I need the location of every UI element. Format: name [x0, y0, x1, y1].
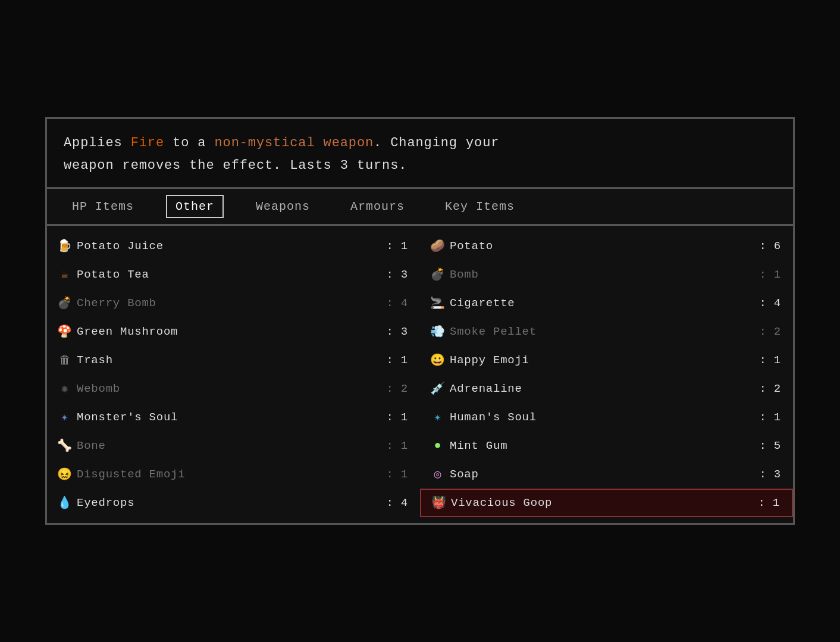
item-name: Green Mushroom — [77, 325, 383, 338]
item-name: Bone — [77, 439, 383, 452]
tab-armours[interactable]: Armours — [342, 196, 413, 217]
potato-juice-icon: 🍺 — [57, 238, 73, 254]
item-name: Cigarette — [450, 297, 756, 310]
potato-tea-icon: ☕ — [57, 266, 73, 283]
item-name: Mint Gum — [450, 439, 756, 452]
list-item[interactable]: ● Mint Gum : 5 — [420, 432, 793, 460]
bomb-icon: 💣 — [430, 266, 446, 283]
desc-text-1: Applies — [64, 136, 131, 150]
item-count: : 3 — [760, 468, 782, 481]
list-item[interactable]: ☕ Potato Tea : 3 — [47, 260, 420, 289]
items-area: 🍺 Potato Juice : 1 ☕ Potato Tea : 3 💣 Ch… — [47, 226, 793, 523]
item-name: Potato — [450, 240, 756, 253]
item-count: : 6 — [760, 240, 782, 253]
item-count: : 2 — [387, 382, 409, 395]
list-item[interactable]: 💧 Eyedrops : 4 — [47, 489, 420, 517]
item-name: Human's Soul — [450, 411, 756, 424]
description-line2: weapon removes the effect. Lasts 3 turns… — [64, 155, 776, 177]
list-item[interactable]: 💣 Cherry Bomb : 4 — [47, 289, 420, 317]
desc-fire: Fire — [131, 136, 164, 150]
happy-emoji-icon: 😀 — [430, 352, 446, 369]
tabs-area: HP Items Other Weapons Armours Key Items — [47, 189, 793, 226]
list-item[interactable]: 😀 Happy Emoji : 1 — [420, 346, 793, 374]
item-count: : 4 — [387, 496, 409, 509]
description-area: Applies Fire to a non-mystical weapon. C… — [47, 119, 793, 189]
item-name: Trash — [77, 354, 383, 367]
item-name: Webomb — [77, 382, 383, 395]
disgusted-emoji-icon: 😖 — [57, 466, 73, 483]
smoke-pellet-icon: 💨 — [430, 323, 446, 340]
list-item[interactable]: 💨 Smoke Pellet : 2 — [420, 317, 793, 346]
mint-gum-icon: ● — [430, 438, 446, 454]
item-count: : 1 — [760, 411, 782, 424]
list-item[interactable]: 🍄 Green Mushroom : 3 — [47, 317, 420, 346]
green-mushroom-icon: 🍄 — [57, 323, 73, 340]
item-count: : 1 — [758, 496, 781, 509]
list-item[interactable]: ✴ Human's Soul : 1 — [420, 403, 793, 432]
item-count: : 3 — [387, 268, 409, 281]
cherry-bomb-icon: 💣 — [57, 295, 73, 311]
list-item[interactable]: 🚬 Cigarette : 4 — [420, 289, 793, 317]
soap-icon: ◎ — [430, 466, 446, 483]
desc-text-2: to a — [164, 136, 215, 150]
monsters-soul-icon: ✴ — [57, 409, 73, 426]
item-name: Bomb — [450, 268, 756, 281]
list-item[interactable]: ✺ Webomb : 2 — [47, 374, 420, 403]
list-item[interactable]: 🗑 Trash : 1 — [47, 346, 420, 374]
cigarette-icon: 🚬 — [430, 295, 446, 311]
desc-highlight: non-mystical weapon — [215, 136, 374, 150]
item-count: : 5 — [760, 439, 782, 452]
list-item[interactable]: 💣 Bomb : 1 — [420, 260, 793, 289]
item-name: Eyedrops — [77, 496, 383, 509]
item-count: : 1 — [760, 268, 782, 281]
humans-soul-icon: ✴ — [430, 409, 446, 426]
bone-icon: 🦴 — [57, 438, 73, 454]
item-count: : 1 — [387, 468, 409, 481]
description-line1: Applies Fire to a non-mystical weapon. C… — [64, 132, 776, 154]
item-name: Potato Tea — [77, 268, 383, 281]
potato-icon: 🥔 — [430, 238, 446, 254]
webomb-icon: ✺ — [57, 380, 73, 397]
item-name: Disgusted Emoji — [77, 468, 383, 481]
list-item[interactable]: 🍺 Potato Juice : 1 — [47, 232, 420, 260]
item-name: Monster's Soul — [77, 411, 383, 424]
desc-line2-text: weapon removes the effect. Lasts 3 turns… — [64, 158, 407, 173]
items-right-column: 🥔 Potato : 6 💣 Bomb : 1 🚬 Cigarette : 4 … — [420, 232, 793, 517]
vivacious-goop-icon: 👹 — [431, 495, 447, 511]
desc-text-3: . Changing your — [374, 136, 499, 150]
item-name: Soap — [450, 468, 756, 481]
item-count: : 1 — [387, 240, 409, 253]
item-name: Adrenaline — [450, 382, 756, 395]
items-left-column: 🍺 Potato Juice : 1 ☕ Potato Tea : 3 💣 Ch… — [47, 232, 420, 517]
item-count: : 1 — [387, 439, 409, 452]
item-name: Happy Emoji — [450, 354, 756, 367]
list-item[interactable]: ◎ Soap : 3 — [420, 460, 793, 489]
item-count: : 1 — [387, 354, 409, 367]
tab-key-items[interactable]: Key Items — [437, 196, 523, 217]
list-item[interactable]: 🦴 Bone : 1 — [47, 432, 420, 460]
list-item[interactable]: 😖 Disgusted Emoji : 1 — [47, 460, 420, 489]
game-panel: Applies Fire to a non-mystical weapon. C… — [45, 117, 795, 525]
list-item[interactable]: 💉 Adrenaline : 2 — [420, 374, 793, 403]
item-name: Cherry Bomb — [77, 297, 383, 310]
item-name: Vivacious Goop — [451, 496, 755, 509]
item-name: Smoke Pellet — [450, 325, 756, 338]
item-count: : 1 — [387, 411, 409, 424]
eyedrops-icon: 💧 — [57, 495, 73, 511]
tab-hp-items[interactable]: HP Items — [64, 196, 142, 217]
item-name: Potato Juice — [77, 240, 383, 253]
item-count: : 1 — [760, 354, 782, 367]
item-count: : 3 — [387, 325, 409, 338]
tab-weapons[interactable]: Weapons — [247, 196, 318, 217]
list-item[interactable]: 👹 Vivacious Goop : 1 — [420, 489, 793, 517]
adrenaline-icon: 💉 — [430, 380, 446, 397]
tab-other[interactable]: Other — [166, 195, 224, 218]
item-count: : 2 — [760, 325, 782, 338]
item-count: : 4 — [387, 297, 409, 310]
trash-icon: 🗑 — [57, 352, 73, 369]
item-count: : 2 — [760, 382, 782, 395]
list-item[interactable]: ✴ Monster's Soul : 1 — [47, 403, 420, 432]
item-count: : 4 — [760, 297, 782, 310]
list-item[interactable]: 🥔 Potato : 6 — [420, 232, 793, 260]
